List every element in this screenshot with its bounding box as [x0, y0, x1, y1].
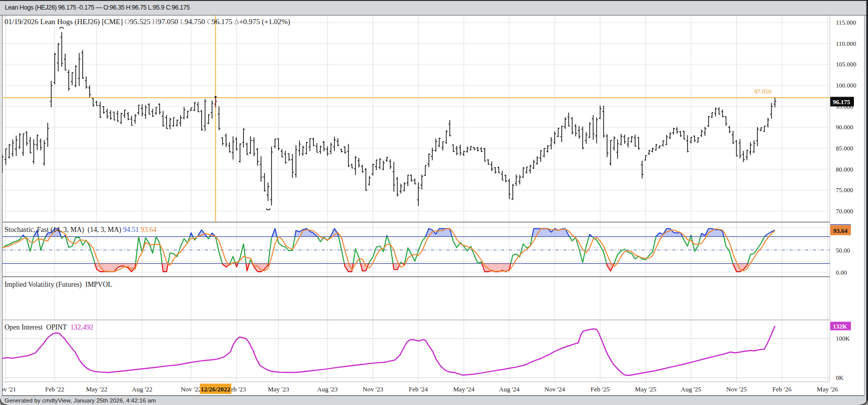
svg-text:0.00: 0.00 [836, 269, 847, 276]
svg-text:12/26/2022: 12/26/2022 [201, 385, 230, 393]
svg-text:Aug '22: Aug '22 [132, 385, 152, 393]
svg-text:100.000: 100.000 [836, 82, 856, 89]
svg-text:May '25: May '25 [635, 385, 656, 393]
svg-text:01/19/2026 Lean Hogs (HEJ26) [: 01/19/2026 Lean Hogs (HEJ26) [CME] O95.5… [5, 18, 290, 26]
svg-text:97.050: 97.050 [754, 88, 771, 95]
svg-text:Nov '24: Nov '24 [545, 385, 565, 393]
svg-text:115.000: 115.000 [836, 19, 856, 26]
svg-text:Aug '24: Aug '24 [499, 385, 519, 393]
svg-text:Feb '24: Feb '24 [409, 385, 428, 393]
svg-text:80.000: 80.000 [836, 166, 853, 173]
svg-text:90.000: 90.000 [836, 124, 853, 131]
svg-text:110.000: 110.000 [836, 40, 856, 47]
svg-text:May '24: May '24 [453, 385, 475, 393]
svg-text:Stochastic, Fast (14, 3, MA): Stochastic, Fast (14, 3, MA) (14, 3, MA)… [5, 226, 156, 234]
svg-text:0K: 0K [836, 374, 843, 381]
svg-text:Aug '25: Aug '25 [681, 385, 702, 393]
svg-text:85.000: 85.000 [836, 145, 853, 152]
svg-text:100K: 100K [836, 335, 850, 342]
svg-text:96.175: 96.175 [833, 99, 850, 106]
svg-text:May '22: May '22 [86, 385, 107, 393]
svg-text:Open Interest OPINT 132,492: Open Interest OPINT 132,492 [5, 323, 94, 331]
svg-text:Nov '22: Nov '22 [181, 385, 201, 393]
svg-text:105.000: 105.000 [836, 61, 856, 68]
svg-text:Lean Hogs (HEJ26) 96.175 -0.17: Lean Hogs (HEJ26) 96.175 -0.175 — O:96.3… [5, 4, 190, 11]
svg-text:Implied Volatility (Futures): Implied Volatility (Futures) IMPVOL [5, 281, 112, 289]
svg-text:May '23: May '23 [268, 385, 289, 393]
svg-text:132K: 132K [833, 323, 847, 330]
svg-text:75.000: 75.000 [836, 187, 853, 194]
svg-text:Feb '26: Feb '26 [772, 385, 792, 393]
svg-text:Feb '25: Feb '25 [590, 385, 610, 393]
svg-text:Generated by cmdtyView, Januar: Generated by cmdtyView, January 25th 202… [5, 397, 156, 404]
svg-text:Nov '25: Nov '25 [726, 385, 747, 393]
svg-text:93.64: 93.64 [833, 227, 848, 234]
svg-text:50.00: 50.00 [836, 247, 850, 254]
svg-text:Nov '21: Nov '21 [0, 385, 16, 393]
svg-text:70.000: 70.000 [836, 208, 853, 215]
svg-text:Nov '23: Nov '23 [363, 385, 383, 393]
svg-text:Feb '22: Feb '22 [45, 385, 64, 393]
svg-text:May '26: May '26 [817, 385, 838, 393]
svg-text:Aug '23: Aug '23 [317, 385, 338, 393]
